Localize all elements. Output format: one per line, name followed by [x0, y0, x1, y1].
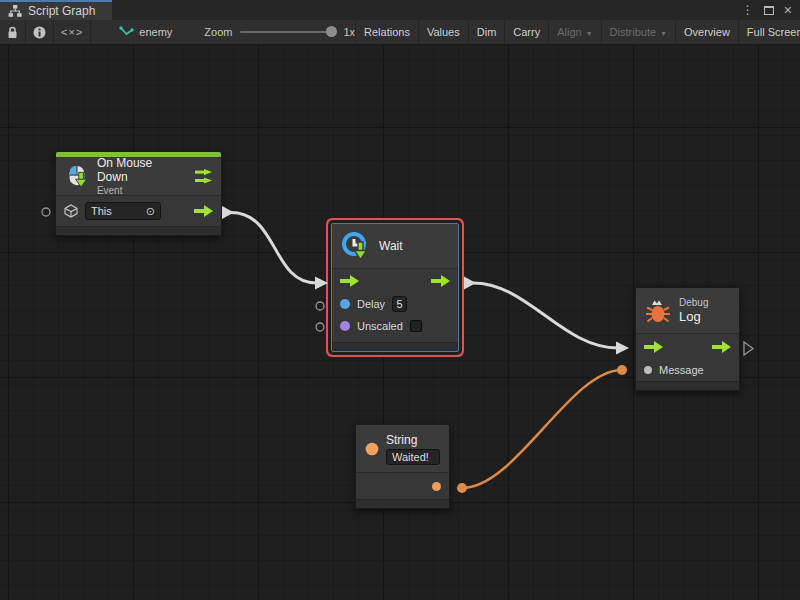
distribute-button[interactable]: Distribute ▼ — [601, 20, 675, 44]
node-subtitle: Event — [97, 185, 179, 196]
delay-port-row: Delay 5 — [332, 293, 458, 315]
align-button[interactable]: Align ▼ — [548, 20, 600, 44]
flow-output-port[interactable] — [712, 341, 731, 353]
input-port-circle[interactable] — [316, 302, 324, 310]
graph-reference[interactable]: enemy — [113, 20, 178, 44]
node-footer — [356, 499, 449, 508]
node-title: String — [386, 433, 440, 447]
mouse-icon — [65, 163, 89, 189]
code-preview-button[interactable]: <×> — [54, 20, 91, 44]
node-footer — [636, 381, 739, 390]
unscaled-label: Unscaled — [357, 320, 403, 332]
tab-title: Script Graph — [28, 4, 95, 18]
delay-label: Delay — [357, 298, 385, 310]
node-title: Log — [679, 309, 708, 324]
output-port-triangle[interactable] — [744, 342, 753, 355]
string-output-row — [356, 473, 449, 499]
zoom-control: Zoom 1x — [204, 20, 355, 44]
message-port-row: Message — [636, 359, 739, 381]
flow-row — [636, 334, 739, 359]
title-bar: Script Graph ⋮ × — [0, 0, 800, 20]
node-title: On Mouse Down — [97, 156, 179, 184]
relations-button[interactable]: Relations — [355, 20, 418, 44]
wire-start-arrow[interactable] — [464, 277, 476, 290]
tab-script-graph[interactable]: Script Graph — [0, 0, 112, 20]
cube-icon — [64, 204, 78, 218]
chevron-down-icon: ▼ — [660, 30, 667, 37]
node-title: Wait — [379, 239, 403, 253]
node-category: Debug — [679, 297, 708, 308]
zoom-label: Zoom — [204, 26, 232, 38]
code-angle-icon: <×> — [61, 26, 83, 38]
zoom-slider-handle[interactable] — [326, 26, 337, 37]
message-label: Message — [659, 364, 704, 376]
zoom-value: 1x — [343, 26, 355, 38]
delay-input-port[interactable] — [340, 299, 350, 309]
message-input-port[interactable] — [644, 366, 652, 374]
unscaled-input-port[interactable] — [340, 321, 350, 331]
chevron-down-icon: ▼ — [586, 30, 593, 37]
trigger-output-port[interactable] — [195, 169, 212, 184]
this-port-row: This ⊙ — [56, 196, 221, 226]
wire-mousedown-to-wait[interactable] — [231, 213, 316, 284]
flow-row — [332, 269, 458, 293]
this-object-field[interactable]: This ⊙ — [85, 202, 161, 220]
toolbar-buttons: Relations Values Dim Carry Align ▼ Distr… — [355, 20, 800, 44]
zoom-slider[interactable] — [240, 31, 335, 33]
graph-name: enemy — [139, 26, 172, 38]
debug-bug-icon — [645, 298, 671, 324]
flow-output-port[interactable] — [194, 205, 213, 217]
flow-output-port[interactable] — [431, 275, 450, 287]
wire-string-to-message[interactable] — [462, 370, 622, 488]
dim-button[interactable]: Dim — [468, 20, 505, 44]
string-literal-icon — [365, 438, 379, 460]
unscaled-checkbox[interactable] — [410, 320, 422, 332]
flow-input-port[interactable] — [644, 341, 663, 353]
lock-icon — [7, 26, 18, 39]
node-debug-log[interactable]: Debug Log Message — [635, 287, 740, 391]
node-on-mouse-down[interactable]: On Mouse Down Event — [55, 151, 222, 236]
wire-value-endpoint[interactable] — [457, 483, 467, 493]
flow-input-port[interactable] — [340, 275, 359, 287]
graph-toolbar: <×> enemy Zoom 1x Relations Values Dim C… — [0, 20, 800, 45]
string-output-port[interactable] — [432, 482, 441, 491]
maximize-icon[interactable] — [764, 6, 774, 15]
node-footer — [56, 226, 221, 235]
script-graph-window: Script Graph ⋮ × <×> — [0, 0, 800, 600]
close-icon[interactable]: × — [784, 3, 792, 17]
values-button[interactable]: Values — [418, 20, 468, 44]
wire-end-arrow[interactable] — [616, 342, 629, 355]
unscaled-port-row: Unscaled — [332, 315, 458, 337]
wire-value-endpoint[interactable] — [617, 365, 627, 375]
delay-value-field[interactable]: 5 — [392, 296, 407, 312]
graph-canvas[interactable]: On Mouse Down Event — [0, 45, 800, 600]
object-picker-icon[interactable]: ⊙ — [146, 206, 155, 217]
node-wait[interactable]: Wait Delay 5 — [331, 223, 459, 352]
graph-hierarchy-icon — [8, 5, 22, 17]
wait-clock-icon — [341, 231, 371, 261]
info-icon — [33, 26, 46, 39]
wire-wait-to-log[interactable] — [473, 283, 618, 348]
wire-end-arrow[interactable] — [315, 277, 328, 290]
input-port-circle[interactable] — [42, 208, 50, 216]
overview-button[interactable]: Overview — [675, 20, 738, 44]
lock-button[interactable] — [0, 20, 26, 44]
input-port-circle[interactable] — [316, 323, 324, 331]
graph-pointer-icon — [119, 26, 134, 38]
node-footer — [332, 342, 458, 351]
window-menu-icon[interactable]: ⋮ — [742, 4, 754, 16]
titlebar-spacer — [112, 0, 742, 20]
carry-button[interactable]: Carry — [504, 20, 548, 44]
fullscreen-button[interactable]: Full Screen — [738, 20, 800, 44]
string-value-field[interactable]: Waited! — [386, 449, 440, 465]
wire-start-arrow[interactable] — [222, 206, 234, 219]
node-string-literal[interactable]: String Waited! — [355, 424, 450, 509]
inspect-button[interactable] — [26, 20, 54, 44]
